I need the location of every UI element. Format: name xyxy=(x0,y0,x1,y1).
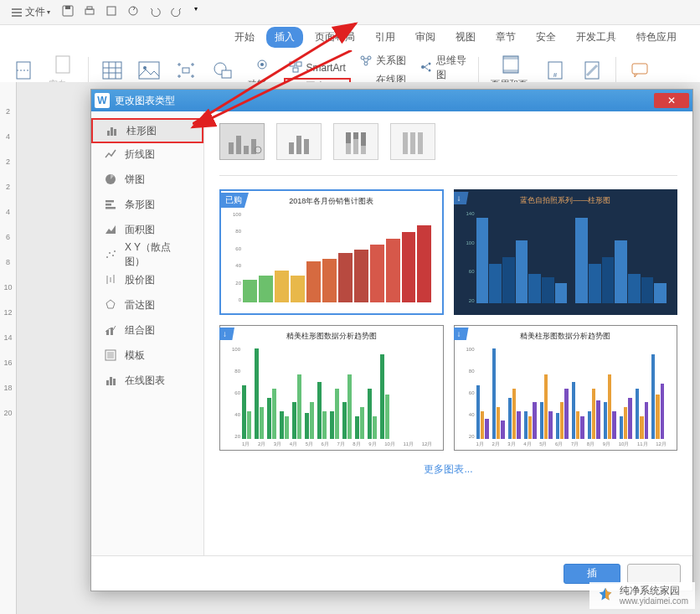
ribbon-tabs: 开始插入页面布局引用审阅视图章节安全开发工具特色应用 xyxy=(0,25,700,49)
chevron-down-icon: ▾ xyxy=(47,8,50,16)
svg-rect-47 xyxy=(111,127,113,136)
tab-视图[interactable]: 视图 xyxy=(447,27,484,48)
print-preview-icon[interactable] xyxy=(106,5,117,19)
relation-chart-button[interactable]: 关系图 xyxy=(354,52,411,70)
stock-icon xyxy=(105,274,118,286)
vertical-ruler: 2422468101214161820 xyxy=(0,82,17,614)
app-icon: W xyxy=(95,93,110,108)
svg-rect-39 xyxy=(503,56,518,59)
quick-access-toolbar: 文件 ▾ ▾ xyxy=(0,0,700,25)
sidebar-item-pie[interactable]: 饼图 xyxy=(91,167,203,192)
tab-插入[interactable]: 插入 xyxy=(266,27,303,48)
svg-rect-23 xyxy=(293,68,298,72)
svg-point-20 xyxy=(260,63,264,66)
screenshot-icon xyxy=(174,59,198,82)
page-number-icon: # xyxy=(543,59,567,82)
chart-preview-4[interactable]: ↓ 精美柱形图数据分析趋势图 10080604020 1月2月3月4月5月6月7… xyxy=(454,325,678,451)
subtype-clustered[interactable] xyxy=(219,123,265,160)
smartart-button[interactable]: SmartArt xyxy=(284,59,350,76)
svg-point-5 xyxy=(129,7,137,15)
svg-rect-4 xyxy=(107,7,116,15)
ok-button[interactable]: 插 xyxy=(564,564,620,584)
mindmap-button[interactable]: 思维导图 xyxy=(414,52,471,84)
subtype-stacked[interactable] xyxy=(276,123,322,160)
text-icon xyxy=(665,59,688,82)
svg-point-33 xyxy=(421,65,425,69)
watermark: 纯净系统家园 www.yidaimei.com xyxy=(589,582,695,609)
svg-rect-8 xyxy=(56,56,69,73)
tab-开始[interactable]: 开始 xyxy=(226,27,263,48)
svg-rect-18 xyxy=(222,70,231,78)
svg-point-53 xyxy=(106,256,108,258)
gear-icon xyxy=(250,53,274,76)
purchased-badge: 已购 xyxy=(220,193,249,208)
svg-rect-45 xyxy=(632,64,647,74)
tab-安全[interactable]: 安全 xyxy=(528,27,564,48)
tab-章节[interactable]: 章节 xyxy=(487,27,524,48)
sidebar-item-area[interactable]: 面积图 xyxy=(91,217,203,242)
svg-rect-1 xyxy=(65,6,70,9)
table-icon xyxy=(100,59,124,82)
radar-icon xyxy=(105,299,118,311)
svg-rect-52 xyxy=(106,207,116,209)
svg-text:#: # xyxy=(553,71,558,79)
sidebar-item-stock[interactable]: 股价图 xyxy=(91,267,203,292)
pie-icon xyxy=(105,173,118,185)
chart-preview-3[interactable]: ↓ 精美柱形图数据分析趋势图 10080604020 1月2月3月4月5月6月7… xyxy=(219,325,444,451)
sidebar-item-hbar[interactable]: 条形图 xyxy=(91,192,203,217)
subtype-3d[interactable] xyxy=(390,123,435,160)
tab-开发工具[interactable]: 开发工具 xyxy=(568,27,625,48)
watermark-icon xyxy=(580,59,604,82)
sidebar-item-radar[interactable]: 雷达图 xyxy=(91,292,203,317)
sidebar-item-online[interactable]: 在线图表 xyxy=(91,368,203,393)
svg-point-28 xyxy=(368,56,371,59)
chart-preview-2[interactable]: ↓ 蓝色自拍照系列——柱形图 1401006020 xyxy=(454,189,678,315)
subtype-percent[interactable] xyxy=(333,123,378,160)
watermark-logo-icon xyxy=(596,586,615,605)
svg-rect-40 xyxy=(503,70,518,73)
tab-引用[interactable]: 引用 xyxy=(367,27,404,48)
svg-point-34 xyxy=(429,63,431,65)
cancel-button[interactable] xyxy=(627,564,681,584)
print-icon[interactable] xyxy=(84,5,95,19)
svg-rect-22 xyxy=(296,62,301,66)
more-charts-link[interactable]: 更多图表... xyxy=(219,462,677,477)
sidebar-item-combo[interactable]: 组合图 xyxy=(91,317,203,343)
mindmap-icon xyxy=(419,61,433,75)
svg-rect-64 xyxy=(106,380,109,385)
svg-point-56 xyxy=(114,250,116,252)
file-menu[interactable]: 文件 ▾ xyxy=(7,2,55,23)
tab-页面布局[interactable]: 页面布局 xyxy=(306,27,363,48)
svg-rect-21 xyxy=(290,62,295,66)
svg-rect-65 xyxy=(110,377,112,385)
sidebar-item-bar[interactable]: 柱形图 xyxy=(91,118,203,143)
tab-特色应用[interactable]: 特色应用 xyxy=(628,27,685,48)
svg-line-44 xyxy=(587,65,597,75)
chart-type-sidebar: 柱形图折线图饼图条形图面积图X Y（散点图）股价图雷达图组合图模板在线图表 xyxy=(91,111,204,555)
header-footer-icon xyxy=(499,53,522,76)
save-icon[interactable] xyxy=(62,5,74,19)
redo-icon[interactable] xyxy=(171,5,183,19)
shape-icon xyxy=(211,59,234,82)
close-button[interactable]: ✕ xyxy=(654,93,689,108)
svg-rect-3 xyxy=(87,7,92,9)
svg-rect-14 xyxy=(139,62,159,79)
chart-subtype-row xyxy=(219,123,677,160)
tab-审阅[interactable]: 审阅 xyxy=(407,27,444,48)
sidebar-item-scatter[interactable]: X Y（散点图） xyxy=(91,242,203,267)
file-label: 文件 xyxy=(25,5,45,19)
area-icon xyxy=(105,224,118,235)
watermark-url: www.yidaimei.com xyxy=(620,596,688,606)
undo-icon[interactable] xyxy=(149,5,161,19)
chart-preview-1[interactable]: 已购 2018年各月份销售计图表 100806040200 xyxy=(219,189,444,315)
sidebar-item-template[interactable]: 模板 xyxy=(91,343,203,368)
sidebar-item-line[interactable]: 折线图 xyxy=(91,142,203,167)
comment-icon xyxy=(628,59,651,82)
refresh-icon[interactable] xyxy=(127,5,139,19)
online-icon xyxy=(105,374,118,386)
more-icon[interactable]: ▾ xyxy=(194,5,198,19)
picture-icon xyxy=(137,59,161,82)
svg-rect-66 xyxy=(113,379,116,385)
hamburger-icon xyxy=(12,8,22,17)
dialog-titlebar[interactable]: W 更改图表类型 ✕ xyxy=(91,90,692,111)
